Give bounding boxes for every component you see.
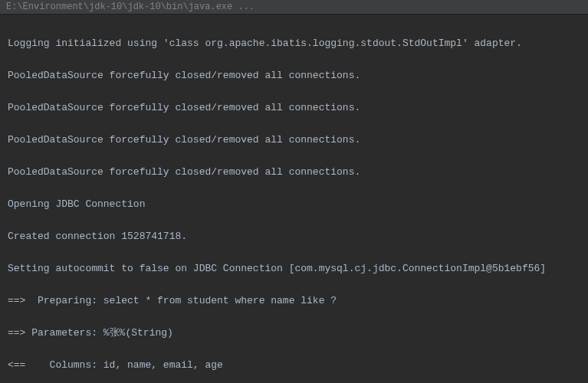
title-bar: E:\Environment\jdk-10\jdk-10\bin\java.ex…: [0, 0, 588, 15]
log-line: Opening JDBC Connection: [8, 196, 580, 212]
log-line: Setting autocommit to false on JDBC Conn…: [8, 260, 580, 277]
log-line: <== Columns: id, name, email, age: [8, 357, 580, 373]
log-line: PooledDataSource forcefully closed/remov…: [8, 132, 580, 148]
console-output: Logging initialized using 'class org.apa…: [0, 15, 588, 383]
log-line: PooledDataSource forcefully closed/remov…: [8, 67, 580, 83]
log-line: PooledDataSource forcefully closed/remov…: [8, 164, 580, 180]
log-line: ==> Preparing: select * from student whe…: [8, 293, 580, 309]
log-line: Created connection 1528741718.: [8, 228, 580, 244]
log-line: ==> Parameters: %张%(String): [8, 325, 580, 341]
log-line: Logging initialized using 'class org.apa…: [8, 35, 580, 51]
log-line: PooledDataSource forcefully closed/remov…: [8, 100, 580, 116]
